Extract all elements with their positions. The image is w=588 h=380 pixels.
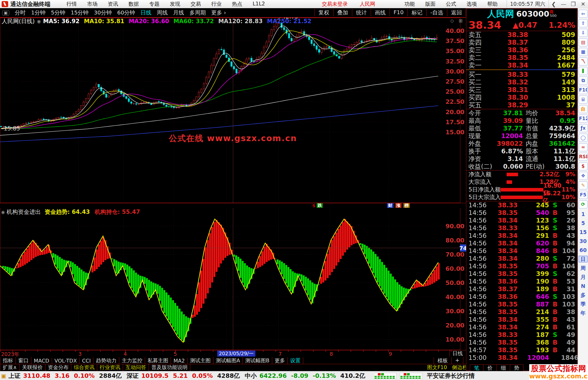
back-button[interactable]: ❮ (549, 1, 559, 7)
tree-view-icon[interactable]: ⌸ (579, 96, 587, 104)
tick-row[interactable]: 14:5638.33156S38 (466, 224, 577, 232)
period-30分钟[interactable]: 30分钟 (94, 9, 112, 16)
candlestick-chart[interactable]: 40.0037.5035.0032.5030.0027.5025.0022.50… (0, 18, 466, 203)
tick-row[interactable]: 14:5638.34846B104 (466, 247, 577, 255)
buy-row-3[interactable]: 买四38.301008 (466, 94, 577, 101)
action-F10[interactable]: F10 (390, 9, 408, 16)
market-heatmap-icon[interactable] (374, 372, 423, 379)
minimize-button[interactable]: — (559, 1, 568, 7)
tab-更多[interactable]: 更多 (272, 357, 288, 364)
ext-tab-资金分布[interactable]: 资金分布 (45, 364, 71, 371)
tab-趋势动力[interactable]: 趋势动力 (93, 357, 119, 364)
menu-item-行业[interactable]: 行业 (211, 1, 222, 8)
tick-row[interactable]: 14:5638.34291B43 (466, 232, 577, 239)
tab-设置[interactable]: 设置 (288, 357, 303, 364)
strip-period-5[interactable]: 5 (579, 220, 587, 226)
rsi-icon[interactable]: RSI (579, 153, 587, 161)
action-返回[interactable]: 返回 (447, 9, 466, 16)
period-1分钟[interactable]: 1分钟 (31, 9, 45, 16)
sell-row-0[interactable]: 卖五38.38509 (466, 31, 577, 39)
ext-tab-普及版功能说明[interactable]: 普及版功能说明 (149, 364, 190, 371)
action--自选[interactable]: -自选 (426, 9, 447, 16)
tab-指标[interactable]: 指标 (0, 357, 16, 364)
action-标记[interactable]: 标记 (408, 9, 426, 16)
strip-period-N[interactable]: N (579, 283, 587, 289)
trend-line-icon[interactable]: 〽 (579, 57, 587, 65)
f10-icon[interactable]: F10 (579, 86, 587, 94)
close-button[interactable]: ✕ (578, 1, 588, 7)
tick-row[interactable]: 14:5638.33187S49 (466, 331, 577, 339)
sell-row-2[interactable]: 卖三38.36256 (466, 46, 577, 54)
menu-item-行情[interactable]: 行情 (66, 1, 77, 8)
menu-item-热点[interactable]: 热点 (232, 1, 242, 8)
ext-tab-互动问答[interactable]: 互动问答 (123, 364, 149, 371)
tick-row[interactable]: 14:5638.35214B38 (466, 308, 577, 316)
menu-item-发现[interactable]: 发现 (170, 1, 180, 8)
money-icon[interactable]: $ (579, 162, 587, 170)
circle-tool-icon[interactable]: ◯ (579, 134, 587, 142)
chart-corner-icons[interactable]: ◇ ⊞ (450, 18, 464, 23)
window-layout-icon[interactable]: ▣ (2, 10, 9, 16)
badge-涨[interactable]: 涨 (395, 203, 402, 208)
badge-财[interactable]: 财 (387, 203, 393, 208)
tab-VOL-TDX[interactable]: VOL-TDX (52, 358, 79, 364)
tick-row[interactable]: 14:5738.35193B44 (466, 346, 577, 354)
tab-测试幅图A[interactable]: 测试幅图A (213, 357, 243, 364)
strip-period-30[interactable]: 30 (579, 238, 587, 244)
menu-item-交易[interactable]: 交易 (191, 1, 201, 8)
waves-icon[interactable]: ≈ (579, 143, 587, 151)
strip-period-月[interactable]: 月 (579, 274, 587, 280)
index-深证[interactable]: 深证10109.55.210.05%4288亿 (127, 372, 245, 380)
strip-period-15[interactable]: 15 (579, 229, 587, 235)
back-arrow-icon[interactable]: ⇦ (579, 10, 587, 18)
index-中小[interactable]: 中小6422.96-8.09-0.13%410.2亿 (245, 372, 370, 380)
sell-row-4[interactable]: 卖一38.341667 (466, 62, 577, 69)
period-60分钟[interactable]: 60分钟 (117, 9, 135, 16)
axis-period-label[interactable]: 日线 (449, 350, 465, 357)
tab-MACD[interactable]: MACD (31, 358, 52, 364)
chevron-down-icon[interactable]: ◉ (37, 19, 41, 24)
period-15分钟[interactable]: 15分钟 (71, 9, 88, 16)
badge-榜[interactable]: 榜 (403, 203, 410, 208)
chevron-icon[interactable]: ◉ (1, 209, 5, 215)
kline-icon[interactable]: ⫼ (579, 67, 587, 75)
index-上证[interactable]: 上证3110.483.160.10%2884亿 (8, 372, 127, 380)
action-统计[interactable]: 统计 (352, 9, 371, 16)
menu-item-专题[interactable]: 专题 (149, 1, 160, 8)
custom-stock-icon[interactable]: 自 (579, 105, 587, 113)
menu-item-资讯[interactable]: 资讯 (108, 1, 118, 8)
menu-item-帮助[interactable]: 帮助 (487, 1, 498, 8)
ext-tab-关联报价[interactable]: 关联报价 (20, 364, 45, 371)
tick-row[interactable]: 14:5638.35540B95 (466, 209, 577, 217)
tick-tab-价[interactable]: 价 (483, 364, 497, 371)
menu-item-选项[interactable]: 选项 (467, 1, 477, 8)
refresh-icon[interactable]: ⟳ (579, 200, 587, 208)
strip-period-日[interactable]: 日 (579, 256, 587, 262)
move-icon[interactable]: ✥ (579, 172, 587, 180)
f5-icon[interactable]: F5 (579, 191, 587, 199)
period-日线[interactable]: 日线 (140, 9, 151, 16)
tick-row[interactable]: 14:5638.34123S26 (466, 217, 577, 224)
buy-row-2[interactable]: 买三38.31313 (466, 86, 577, 94)
tab-窗口[interactable]: 窗口 (16, 357, 31, 364)
matrix-icon[interactable]: ▦ (579, 48, 587, 56)
ext-tab-扩展∧[interactable]: 扩展∧ (0, 364, 20, 371)
tick-row[interactable]: 14:5638.34355B43 (466, 316, 577, 323)
tick-row[interactable]: 14:5638.35399S62 (466, 270, 577, 278)
period-多周期[interactable]: 多周期 (189, 9, 206, 16)
strip-period-周[interactable]: 周 (579, 265, 587, 271)
strip-period-季[interactable]: 季 (579, 301, 587, 307)
tick-row[interactable]: 14:5638.35368B49 (466, 339, 577, 346)
action-画线[interactable]: 画线 (371, 9, 390, 16)
period-月线[interactable]: 月线 (173, 9, 184, 16)
tick-tab-细[interactable]: 细 (497, 364, 510, 371)
menu-item-数据[interactable]: 数据 (128, 1, 139, 8)
period-周线[interactable]: 周线 (157, 9, 168, 16)
menu-item-功能[interactable]: 功能 (405, 1, 415, 8)
tick-row[interactable]: 14:5638.35705B104 (466, 262, 577, 270)
tick-row[interactable]: 14:5638.35887B103 (466, 300, 577, 308)
menu-item-公式[interactable]: 公式 (446, 1, 456, 8)
strip-period-年[interactable]: 年 (579, 310, 587, 316)
tick-row[interactable]: 14:5638.34280S72 (466, 255, 577, 262)
tab-主力监控[interactable]: 主力监控 (119, 357, 145, 364)
